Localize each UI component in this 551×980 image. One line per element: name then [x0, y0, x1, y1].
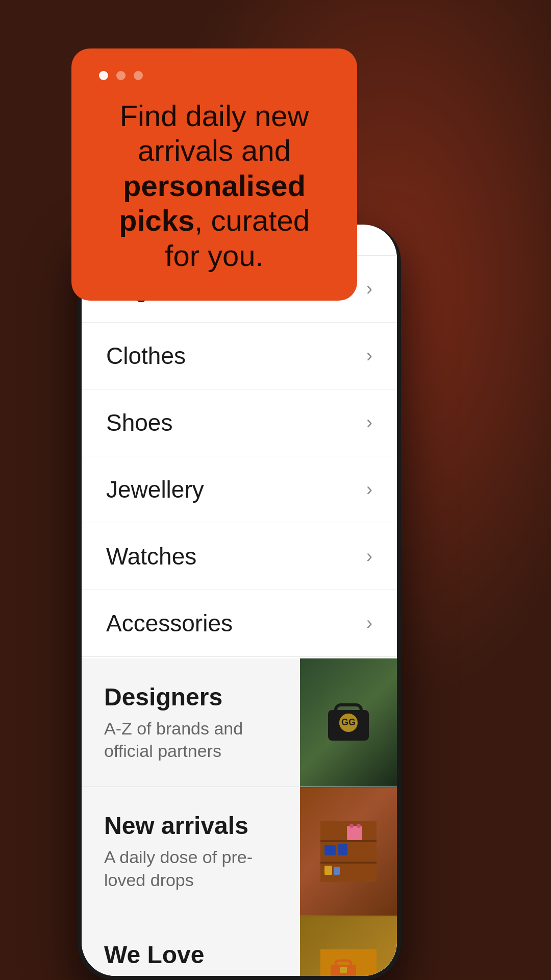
chevron-bags-icon: ›: [366, 278, 372, 300]
promo-card: Find daily new arrivals and personalised…: [71, 48, 357, 301]
section-card-designers[interactable]: Designers A-Z of brands and official par…: [82, 658, 397, 787]
svg-text:GG: GG: [341, 717, 356, 727]
menu-item-watches[interactable]: Watches ›: [82, 523, 397, 590]
svg-rect-17: [340, 967, 347, 973]
dot-3[interactable]: [134, 71, 143, 80]
category-menu: Bags › Clothes › Shoes › Jewellery › Wat…: [82, 255, 397, 657]
svg-rect-7: [347, 826, 362, 840]
we-love-image: [300, 916, 397, 976]
menu-item-shoes[interactable]: Shoes ›: [82, 389, 397, 456]
svg-rect-9: [357, 824, 361, 828]
promo-headline: Find daily new arrivals and personalised…: [99, 99, 330, 273]
chevron-watches-icon: ›: [366, 546, 372, 567]
chevron-accessories-icon: ›: [366, 612, 372, 634]
dot-1[interactable]: [99, 71, 108, 80]
chevron-jewellery-icon: ›: [366, 479, 372, 500]
section-card-new-arrivals[interactable]: New arrivals A daily dose of pre-loved d…: [82, 787, 397, 916]
svg-rect-5: [320, 840, 377, 842]
dot-2[interactable]: [116, 71, 126, 80]
chevron-shoes-icon: ›: [366, 412, 372, 433]
designers-image: GG: [300, 658, 397, 787]
section-cards: Designers A-Z of brands and official par…: [82, 658, 397, 976]
svg-rect-6: [320, 862, 377, 864]
svg-rect-10: [324, 845, 336, 855]
phone-mockup: Bags › Clothes › Shoes › Jewellery › Wat…: [78, 225, 401, 980]
menu-item-accessories[interactable]: Accessories ›: [82, 590, 397, 657]
svg-rect-13: [334, 867, 340, 875]
menu-item-clothes[interactable]: Clothes ›: [82, 323, 397, 389]
svg-rect-11: [338, 844, 347, 855]
new-arrivals-image: [300, 787, 397, 915]
section-card-we-love[interactable]: We Love The style team's top picks: [82, 916, 397, 976]
phone-screen: Bags › Clothes › Shoes › Jewellery › Wat…: [82, 225, 397, 976]
menu-item-jewellery[interactable]: Jewellery ›: [82, 456, 397, 523]
svg-rect-8: [349, 824, 354, 828]
chevron-clothes-icon: ›: [366, 345, 372, 366]
carousel-dots: [99, 71, 330, 80]
svg-rect-12: [324, 866, 332, 875]
